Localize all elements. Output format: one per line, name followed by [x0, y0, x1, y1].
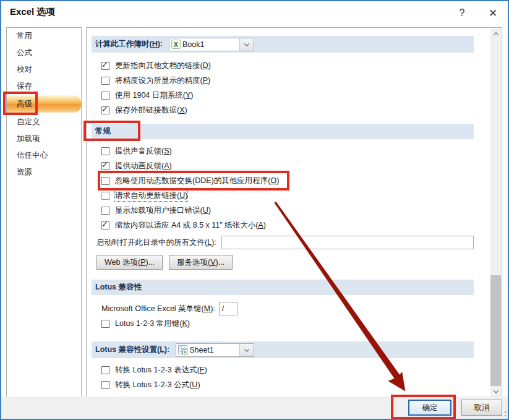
excel-sheet-icon: x [176, 345, 187, 354]
sidebar-item-trust-center[interactable]: 信任中心 [7, 147, 81, 164]
general-section-header: 常规 [92, 124, 474, 139]
excel-options-dialog: Excel 选项 ? ✕ 常用 公式 校对 保存 高级 自定义 加载项 信任中心… [0, 0, 509, 420]
checkbox-precision-as-displayed[interactable] [101, 77, 109, 85]
excel-workbook-icon: X [169, 40, 181, 49]
checkbox-row-ignore-dde: 忽略使用动态数据交换(DDE)的其他应用程序(O) [101, 173, 474, 188]
cancel-button[interactable]: 取消 [461, 400, 502, 416]
chevron-down-icon [493, 388, 498, 393]
ok-button[interactable]: 确定 [408, 400, 451, 416]
checkbox-lotus-transition-keys[interactable] [101, 320, 109, 328]
vertical-scrollbar[interactable] [490, 28, 501, 396]
checkbox-update-links[interactable] [101, 62, 109, 70]
checkbox-request-auto-update-links[interactable] [101, 192, 109, 200]
menu-key-label: Microsoft Office Excel 菜单键(M): [101, 304, 215, 314]
sidebar-nav: 常用 公式 校对 保存 高级 自定义 加载项 信任中心 资源 [6, 27, 82, 398]
lotus-settings-row: Lotus 兼容性设置(L): x Sheet1 [92, 341, 474, 358]
lotus-section-header: Lotus 兼容性 [92, 280, 474, 295]
sidebar-item-proofing[interactable]: 校对 [7, 61, 81, 78]
checkbox-sound-feedback[interactable] [101, 147, 109, 155]
combo-dropdown-button[interactable] [239, 38, 254, 51]
checkbox-row-1904: 使用 1904 日期系统(Y) [101, 88, 474, 103]
checkbox-row-transition-formula: 转换 Lotus 1-2-3 公式(U) [101, 377, 474, 392]
chevron-up-icon [493, 32, 498, 37]
menu-key-input[interactable] [219, 302, 237, 315]
titlebar: Excel 选项 ? ✕ [1, 1, 508, 26]
annotation-box-general [83, 121, 140, 141]
lotus-settings-label: Lotus 兼容性设置(L): [95, 345, 169, 355]
checkbox-row-scale-a4: 缩放内容以适应 A4 或 8.5 x 11" 纸张大小(A) [101, 218, 474, 233]
workbook-combo[interactable]: X Book1 [169, 38, 254, 51]
web-options-button[interactable]: Web 选项(P)... [96, 255, 163, 270]
startup-files-label: 启动时打开此目录中的所有文件(L): [96, 238, 216, 248]
service-options-button[interactable]: 服务选项(V)... [169, 255, 233, 270]
checkbox-transition-formula-entry[interactable] [101, 366, 109, 374]
checkbox-row-auto-update-links: 请求自动更新链接(U) [101, 188, 474, 203]
checkbox-addin-ui-errors[interactable] [101, 207, 109, 215]
calc-workbook-row: 计算此工作簿时(H): X Book1 [92, 36, 474, 53]
sidebar-item-advanced[interactable]: 高级 [7, 95, 81, 113]
sidebar-item-customize[interactable]: 自定义 [7, 114, 81, 131]
menu-key-row: Microsoft Office Excel 菜单键(M): [101, 301, 474, 316]
checkbox-row-update-links: 更新指向其他文档的链接(D) [101, 58, 474, 73]
scroll-down-button[interactable] [490, 386, 501, 396]
dialog-footer: 确定 取消 [1, 396, 508, 419]
checkbox-animation-feedback[interactable] [101, 162, 109, 170]
sidebar-item-popular[interactable]: 常用 [7, 28, 81, 45]
sidebar-item-formulas[interactable]: 公式 [7, 45, 81, 61]
checkbox-transition-formula-evaluation[interactable] [101, 381, 109, 389]
dialog-title: Excel 选项 [10, 6, 55, 18]
sidebar-item-addins[interactable]: 加载项 [7, 131, 81, 147]
checkbox-row-sound: 提供声音反馈(S) [101, 144, 474, 158]
checkbox-save-external-link-data[interactable] [101, 106, 109, 114]
chevron-down-icon [244, 41, 249, 46]
lotus-settings-combo[interactable]: x Sheet1 [176, 343, 254, 357]
checkbox-row-lotus-keys: Lotus 1-2-3 常用键(K) [101, 316, 474, 331]
checkbox-1904-date-system[interactable] [101, 92, 109, 100]
checkbox-row-precision: 将精度设为所显示的精度(P) [101, 73, 474, 88]
checkbox-ignore-dde[interactable] [101, 177, 109, 185]
close-icon[interactable]: ✕ [485, 5, 501, 21]
help-icon[interactable]: ? [454, 5, 470, 21]
startup-files-input[interactable] [221, 236, 474, 249]
scrollbar-thumb[interactable] [490, 275, 501, 387]
sidebar-item-save[interactable]: 保存 [7, 78, 81, 95]
checkbox-row-addin-ui-errors: 显示加载项用户接口错误(U) [101, 203, 474, 218]
svg-text:X: X [174, 41, 178, 48]
checkbox-row-transition-expr: 转换 Lotus 1-2-3 表达式(F) [101, 362, 474, 377]
calc-workbook-label: 计算此工作簿时(H): [95, 39, 163, 49]
combo-dropdown-button[interactable] [239, 344, 254, 356]
checkbox-row-save-external: 保存外部链接数据(X) [101, 103, 474, 118]
sidebar-item-resources[interactable]: 资源 [7, 164, 81, 181]
checkbox-row-animation: 提供动画反馈(A) [101, 158, 474, 173]
lotus-settings-combo-value: Sheet1 [187, 346, 239, 354]
options-buttons-row: Web 选项(P)... 服务选项(V)... [96, 255, 474, 270]
chevron-down-icon [244, 346, 249, 351]
startup-files-row: 启动时打开此目录中的所有文件(L): [96, 235, 474, 250]
workbook-combo-value: Book1 [181, 40, 239, 49]
options-content-pane: 计算此工作簿时(H): X Book1 更新指向其他文档的链接(D) 将精度设为… [86, 27, 502, 398]
resize-grip[interactable] [500, 411, 507, 417]
scroll-up-button[interactable] [490, 28, 501, 39]
checkbox-scale-a4[interactable] [101, 221, 109, 229]
